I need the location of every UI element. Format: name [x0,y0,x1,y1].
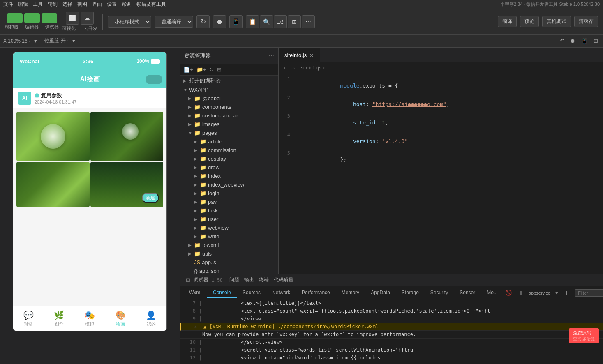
image-cell-3[interactable] [16,162,90,207]
phone-icon-btn[interactable]: 📱 [229,15,243,28]
tree-item-babel[interactable]: ▶ 📁 @babel [180,94,278,103]
split-icon-btn[interactable]: ⊞ [288,15,301,28]
nav-item-chat[interactable]: 💬 对话 [13,306,44,331]
clear-store-btn[interactable]: 清缓存 [574,16,598,27]
tree-item-pages[interactable]: ▼ 📁 pages [180,129,278,137]
tree-item-components[interactable]: ▶ 📁 components [180,103,278,111]
image-cell-2[interactable] [90,112,164,161]
tree-item-cosplay[interactable]: ▶ 📁 cosplay [180,154,278,163]
menu-help[interactable]: 帮助 [122,1,132,8]
stop-icon-btn[interactable]: ⏺ [213,15,226,28]
devtab-appdata[interactable]: AppData [365,288,396,298]
editor-btn[interactable] [24,13,40,23]
tree-item-index-webview[interactable]: ▶ 📁 index_webview [180,180,278,189]
refresh-icon-btn[interactable]: ↻ [196,15,210,28]
nav-back-btn[interactable]: ← [283,65,289,71]
devtab-sensor[interactable]: Sensor [454,288,481,298]
write-label: write [208,233,219,240]
menu-view[interactable]: 视图 [77,1,87,8]
tree-item-write[interactable]: ▶ 📁 write [180,232,278,241]
console-pause-btn[interactable]: ⏸ [517,289,525,297]
tree-item-article[interactable]: ▶ 📁 article [180,137,278,146]
devtab-network[interactable]: Network [266,288,296,298]
tree-item-towxml[interactable]: ▶ 📁 towxml [180,241,278,249]
tab-close-btn[interactable]: ✕ [309,52,314,59]
collapse-btn[interactable]: ⊟ [216,66,222,74]
nav-item-simulate[interactable]: 🎭 模拟 [74,306,105,331]
menu-lock[interactable]: 锁后及有工具 [136,1,166,8]
record-btn[interactable]: ⏺ [568,37,577,45]
towxml-folder-icon: 📁 [194,242,201,248]
menu-tools[interactable]: 工具 [33,1,43,8]
tree-item-task[interactable]: ▶ 📁 task [180,206,278,215]
preview-btn[interactable]: 预览 [520,16,539,27]
hotblue-dropdown-btn[interactable]: ▾ [71,37,77,45]
nav-item-mine[interactable]: 👤 我的 [136,306,166,331]
tree-file-appjson[interactable]: ▶ {} app.json [180,267,278,274]
bottom-expand-btn[interactable]: ⊡ [184,276,192,284]
devtab-performance[interactable]: Performance [296,288,336,298]
compile-select[interactable]: 普通编译 [155,16,193,28]
cloud-icon-btn[interactable]: ☁ [81,12,94,25]
phone2-btn[interactable]: 📱 [580,37,589,45]
tree-item-pay[interactable]: ▶ 📁 pay [180,198,278,206]
code-editor[interactable]: 1 module.exports = { 2 host: "https://si… [279,73,603,274]
menu-select[interactable]: 选择 [62,1,72,8]
tree-item-index[interactable]: ▶ 📁 index [180,172,278,180]
refresh-explorer-btn[interactable]: ↻ [208,66,215,74]
tree-item-user[interactable]: ▶ 📁 user [180,215,278,223]
real-machine-btn[interactable]: 真机调试 [542,16,571,27]
wxapp-item[interactable]: ▼ WXAPP [180,85,278,94]
devtab-sources[interactable]: Sources [237,288,266,298]
menu-settings[interactable]: 设置 [107,1,117,8]
devtab-wxml[interactable]: Wxml [183,288,207,298]
tree-item-commission[interactable]: ▶ 📁 commission [180,146,278,154]
mode-select[interactable]: 小程序模式 [108,16,151,28]
menu-interface[interactable]: 界面 [92,1,102,8]
simulator-btn[interactable] [7,13,23,23]
dots-icon-btn[interactable]: ⋯ [302,15,315,28]
new-file-btn[interactable]: 📄+ [183,66,194,74]
layout-btn[interactable]: ⊞ [592,37,600,45]
devtab-more[interactable]: Mo... [481,288,504,298]
console-clear-btn[interactable]: 🚫 [504,289,513,297]
nav-item-create[interactable]: 🌿 创作 [44,306,75,331]
zoom-dropdown-btn[interactable]: ▾ [32,37,39,45]
tab-siteinfo[interactable]: siteinfo.js ✕ [279,48,320,62]
branch-icon-btn[interactable]: ⎇ [274,15,287,28]
devtab-security[interactable]: Security [425,288,454,298]
image-cell-4[interactable]: 新建 [90,162,164,207]
tree-item-draw[interactable]: ▶ 📁 draw [180,163,278,172]
menu-edit[interactable]: 编辑 [18,1,28,8]
undo-btn[interactable]: ↶ [558,37,566,45]
debugger-btn[interactable] [42,13,57,23]
open-editors-item[interactable]: ▶ 打开的编辑器 [180,76,278,85]
devtab-storage[interactable]: Storage [396,288,425,298]
search-icon-btn[interactable]: 🔍 [260,15,273,28]
new-folder-btn[interactable]: 📁+ [196,66,207,74]
tree-item-utils[interactable]: ▶ 📁 utils [180,249,278,258]
tree-item-custom-tab-bar[interactable]: ▶ 📁 custom-tab-bar [180,111,278,120]
explorer-header: 资源管理器 ··· [180,48,278,64]
explorer-dots-btn[interactable]: ··· [269,52,274,60]
tree-item-login[interactable]: ▶ 📁 login [180,189,278,198]
devtab-console[interactable]: Console [207,288,237,298]
nav-forward-btn[interactable]: → [290,65,296,71]
tree-file-appjs[interactable]: ▶ JS app.js [180,258,278,267]
devtab-memory[interactable]: Memory [336,288,365,298]
visualize-icon-btn[interactable]: ⬜ [66,12,79,25]
phone-nav-btn[interactable]: — [146,75,162,84]
index-webview-arrow: ▶ [194,182,198,187]
filter-input[interactable] [575,289,603,297]
appservice-dropdown[interactable]: ▾ [554,289,560,297]
image-cell-1[interactable] [16,112,90,161]
nav-item-draw[interactable]: 🎨 绘画 [105,306,136,331]
pause2-btn[interactable]: ⏸ [563,289,572,297]
copy-icon-btn[interactable]: 📋 [246,15,259,28]
compile-action-btn[interactable]: 编译 [498,16,517,27]
tree-item-webview[interactable]: ▶ 📁 webview [180,223,278,232]
tree-item-images[interactable]: ▶ 📁 images [180,120,278,129]
menu-goto[interactable]: 转到 [48,1,58,8]
new-badge-btn[interactable]: 新建 [142,193,159,203]
menu-file[interactable]: 文件 [3,1,13,8]
